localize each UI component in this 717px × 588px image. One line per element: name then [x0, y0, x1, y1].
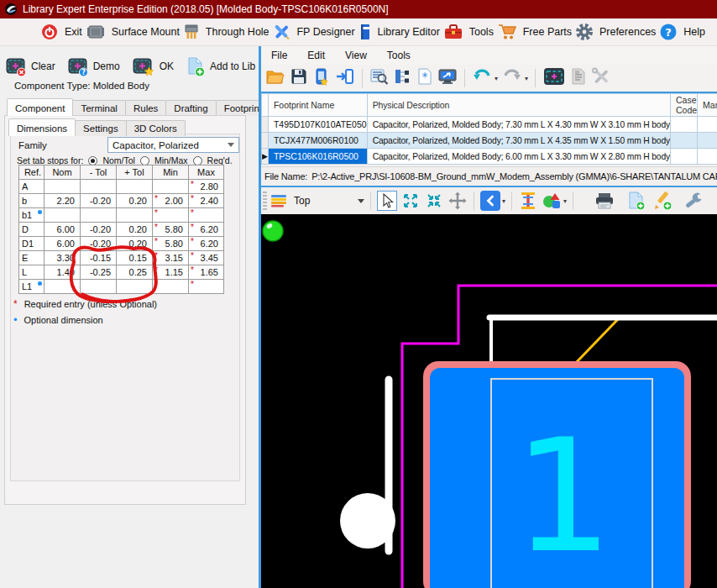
- report-button[interactable]: [570, 67, 587, 89]
- pos-tol-cell[interactable]: 0.20: [117, 237, 153, 251]
- radio-nom-tol[interactable]: [88, 156, 97, 165]
- import-part-button[interactable]: [335, 67, 355, 89]
- menu-edit[interactable]: Edit: [297, 50, 335, 61]
- footprint-name-cell[interactable]: TCJX477M006R0100: [268, 133, 367, 149]
- pos-tol-cell[interactable]: 0.20: [117, 194, 153, 208]
- advanced-tools-button[interactable]: [591, 67, 611, 89]
- nom-cell[interactable]: [44, 280, 81, 294]
- neg-tol-cell[interactable]: -0.20: [81, 194, 117, 208]
- pos-tol-cell[interactable]: 0.15: [117, 251, 153, 265]
- undo-button[interactable]: [472, 67, 492, 89]
- case-code-cell[interactable]: [671, 117, 698, 133]
- new-doc-button[interactable]: *: [416, 67, 433, 89]
- library-editor-button[interactable]: Library Editor: [358, 23, 440, 41]
- neg-tol-cell[interactable]: [81, 280, 117, 294]
- add-to-lib-button[interactable]: Add to Lib: [186, 56, 255, 77]
- edit-footprint-button[interactable]: [653, 191, 673, 211]
- print-button[interactable]: [594, 191, 615, 211]
- back-button[interactable]: [480, 191, 500, 211]
- description-cell[interactable]: Capacitor, Polarized, Molded Body; 6.00 …: [367, 149, 670, 165]
- tab-component[interactable]: Component: [7, 98, 73, 116]
- max-cell[interactable]: *6.20: [189, 237, 224, 251]
- menu-view[interactable]: View: [335, 50, 377, 61]
- surface-mount-button[interactable]: Surface Mount: [86, 23, 180, 41]
- chevron-down-icon[interactable]: ▾: [495, 75, 498, 82]
- chevron-down-icon[interactable]: ▾: [502, 197, 505, 205]
- min-cell[interactable]: *2.00: [153, 194, 189, 208]
- help-button[interactable]: ? Help: [659, 23, 705, 41]
- fpx-viewer-button[interactable]: [542, 66, 566, 91]
- clear-button[interactable]: Clear: [5, 56, 55, 77]
- max-cell[interactable]: *2.80: [189, 180, 224, 194]
- neg-tol-cell[interactable]: -0.15: [81, 251, 117, 265]
- cad-canvas[interactable]: 1: [261, 214, 717, 588]
- tab-drafting[interactable]: Drafting: [165, 100, 216, 116]
- header-physical-description[interactable]: Physical Description: [367, 94, 670, 117]
- radio-reqd[interactable]: [193, 156, 202, 165]
- tab-settings[interactable]: Settings: [75, 120, 127, 136]
- tools-button[interactable]: Tools: [443, 23, 494, 41]
- header-footprint-name[interactable]: Footprint Name: [268, 94, 367, 117]
- zoom-in-button[interactable]: [424, 191, 444, 211]
- nom-cell[interactable]: 1.40: [44, 265, 81, 280]
- max-cell[interactable]: *6.20: [189, 223, 224, 237]
- ok-button[interactable]: OK: [132, 56, 174, 77]
- dimensions-button[interactable]: [518, 191, 538, 211]
- manufacturer-cell[interactable]: [698, 133, 717, 149]
- nom-cell[interactable]: [44, 208, 81, 223]
- draw-shapes-button[interactable]: [542, 191, 562, 211]
- row-selector[interactable]: [262, 117, 269, 133]
- description-cell[interactable]: Capacitor, Polarized, Molded Body; 7.30 …: [367, 133, 670, 149]
- min-cell[interactable]: *: [153, 280, 189, 294]
- max-cell[interactable]: *2.40: [189, 194, 224, 208]
- footprint-name-cell[interactable]: T495D107K010ATE050: [268, 117, 367, 133]
- row-selector[interactable]: [262, 133, 269, 149]
- header-manufacturer[interactable]: Manu: [698, 94, 717, 117]
- menu-tools[interactable]: Tools: [377, 50, 421, 61]
- pos-tol-cell[interactable]: 0.25: [117, 265, 153, 280]
- max-cell[interactable]: *: [189, 280, 224, 294]
- pos-tol-cell[interactable]: [117, 208, 153, 223]
- through-hole-button[interactable]: Through Hole: [183, 23, 270, 41]
- neg-tol-cell[interactable]: [81, 180, 117, 194]
- description-cell[interactable]: Capacitor, Polarized, Molded Body; 7.30 …: [367, 117, 670, 133]
- min-cell[interactable]: *5.80: [153, 237, 189, 251]
- neg-tol-cell[interactable]: -0.20: [81, 223, 117, 237]
- nom-cell[interactable]: 6.00: [44, 237, 81, 251]
- zoom-extents-button[interactable]: [400, 191, 421, 211]
- pan-button[interactable]: [447, 191, 468, 211]
- neg-tol-cell[interactable]: [81, 208, 117, 223]
- tab-rules[interactable]: Rules: [125, 100, 166, 116]
- pin-mapping-button[interactable]: [394, 67, 412, 89]
- toolbar-grip[interactable]: [263, 192, 267, 210]
- tab-dimensions[interactable]: Dimensions: [8, 118, 76, 136]
- new-part-button[interactable]: [312, 67, 331, 89]
- exit-button[interactable]: Exit: [40, 23, 82, 41]
- grid-row-selected[interactable]: ▶ TPSC106K016R0500 Capacitor, Polarized,…: [262, 149, 717, 165]
- min-cell[interactable]: *5.80: [153, 223, 189, 237]
- min-cell[interactable]: *3.15: [153, 251, 189, 265]
- view-data-button[interactable]: [369, 67, 390, 89]
- new-footprint-button[interactable]: [626, 191, 646, 211]
- tab-3d-colors[interactable]: 3D Colors: [126, 120, 186, 136]
- manufacturer-cell[interactable]: [698, 117, 717, 133]
- footprint-name-cell[interactable]: TPSC106K016R0500: [268, 149, 367, 165]
- neg-tol-cell[interactable]: -0.20: [81, 237, 117, 251]
- chevron-down-icon[interactable]: ▾: [563, 197, 567, 205]
- min-cell[interactable]: *1.15: [153, 265, 189, 280]
- nom-cell[interactable]: 3.30: [44, 251, 81, 265]
- nom-cell[interactable]: 6.00: [44, 223, 81, 237]
- tab-terminal[interactable]: Terminal: [72, 100, 125, 116]
- send-to-cad-button[interactable]: [437, 67, 458, 89]
- radio-min-max[interactable]: [140, 156, 149, 165]
- fp-designer-button[interactable]: FP Designer: [272, 23, 354, 41]
- max-cell[interactable]: *3.45: [189, 251, 224, 265]
- menu-file[interactable]: File: [261, 50, 297, 61]
- view-select[interactable]: Top: [270, 194, 364, 207]
- select-tool-button[interactable]: [377, 191, 397, 211]
- preferences-button[interactable]: Preferences: [575, 23, 656, 41]
- case-code-cell[interactable]: [671, 133, 698, 149]
- header-case-code[interactable]: Case Code: [671, 94, 698, 117]
- chevron-down-icon[interactable]: ▾: [525, 75, 528, 82]
- pos-tol-cell[interactable]: [117, 280, 153, 294]
